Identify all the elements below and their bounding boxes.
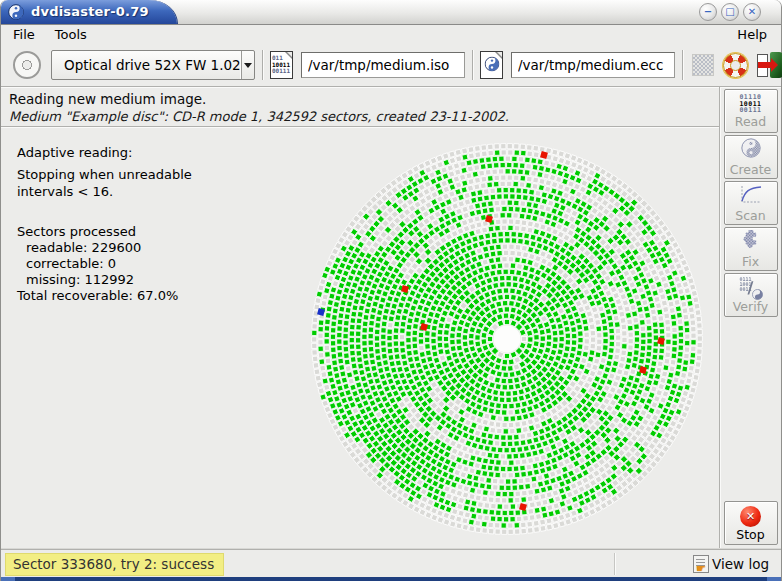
main-area: Adaptive reading: Stopping when unreadab… xyxy=(1,128,720,549)
titlebar[interactable]: dvdisaster-0.79 − □ ✕ xyxy=(1,0,781,25)
drive-selector[interactable]: Optical drive 52X FW 1.02 xyxy=(51,50,255,80)
scan-button[interactable]: Scan xyxy=(724,181,778,225)
toolbar-separator xyxy=(682,50,683,80)
create-label: Create xyxy=(730,163,772,176)
menu-file[interactable]: File xyxy=(3,26,45,43)
page-fold xyxy=(286,51,293,58)
status-header: Reading new medium image. Medium "Exampl… xyxy=(1,87,720,127)
toolbar: Optical drive 52X FW 1.02 011 10011 0011… xyxy=(1,44,781,87)
view-log-label: View log xyxy=(712,556,769,572)
verify-icon: 0111 1001 0011 ∕ xyxy=(740,277,762,299)
status-line-2: Medium "Example disc": CD-R mode 1, 3425… xyxy=(9,109,720,124)
content-row: Reading new medium image. Medium "Exampl… xyxy=(1,87,781,549)
sectors-missing: missing: 112992 xyxy=(17,272,178,288)
stop-label: Stop xyxy=(736,528,764,541)
page-fold xyxy=(496,51,503,58)
read-binary-icon: 01110 10011 00111 xyxy=(739,94,761,114)
sectors-title: Sectors processed xyxy=(17,224,178,240)
statusbar-divider xyxy=(614,553,615,575)
menu-tools[interactable]: Tools xyxy=(45,26,97,43)
stopping-condition: Stopping when unreadable intervals < 16. xyxy=(17,166,192,200)
stop-icon: ✕ xyxy=(740,506,761,527)
yinyang-icon xyxy=(484,57,499,76)
window-title: dvdisaster-0.79 xyxy=(31,4,149,19)
chevron-down-icon xyxy=(244,63,252,68)
toolbar-separator xyxy=(262,50,263,80)
cd-drive-icon xyxy=(13,51,41,79)
app-window: dvdisaster-0.79 − □ ✕ File Tools Help Op… xyxy=(0,0,782,581)
iso-icon-line: 00111 xyxy=(272,67,290,74)
help-lifebuoy-icon[interactable] xyxy=(723,53,748,78)
verify-label: Verify xyxy=(733,300,768,313)
ecc-file-icon xyxy=(480,51,503,79)
scan-label: Scan xyxy=(735,209,765,222)
titlebar-tab-curve xyxy=(149,0,177,24)
app-yinyang-icon xyxy=(8,4,24,20)
toolbar-right-icons xyxy=(692,52,782,78)
drive-selector-arrow[interactable] xyxy=(241,51,254,79)
iso-image-icon: 011 10011 00111 xyxy=(270,51,293,79)
window-bottom-border xyxy=(1,577,781,581)
adaptive-reading-title: Adaptive reading: xyxy=(17,144,132,161)
fix-button[interactable]: Fix xyxy=(724,227,778,271)
action-sidebar: 01110 10011 00111 Read xyxy=(719,87,781,549)
toolbar-separator xyxy=(472,50,473,80)
maximize-button[interactable]: □ xyxy=(721,3,739,21)
quit-icon[interactable] xyxy=(757,52,782,78)
menu-help[interactable]: Help xyxy=(727,26,777,43)
statusbar: Sector 333680, try 2: success ☛ View log xyxy=(1,549,781,578)
create-yinyang-icon xyxy=(741,138,761,162)
status-line-1: Reading new medium image. xyxy=(9,91,720,107)
fix-label: Fix xyxy=(742,255,759,268)
read-label: Read xyxy=(735,115,766,128)
menubar: File Tools Help xyxy=(1,25,781,44)
ecc-file-input[interactable] xyxy=(511,52,675,78)
sectors-correctable: correctable: 0 xyxy=(17,256,178,272)
left-column: Reading new medium image. Medium "Exampl… xyxy=(1,87,720,549)
drive-selector-value: Optical drive 52X FW 1.02 xyxy=(52,57,241,73)
status-message: Sector 333680, try 2: success xyxy=(5,553,224,576)
close-button[interactable]: ✕ xyxy=(743,3,761,21)
log-document-icon: ☛ xyxy=(693,555,709,573)
iso-file-input[interactable] xyxy=(301,52,465,78)
scan-curve-icon xyxy=(739,184,763,208)
fix-puzzle-icon xyxy=(740,230,762,254)
view-log-button[interactable]: ☛ View log xyxy=(693,555,769,573)
minimize-button[interactable]: − xyxy=(699,3,717,21)
stop-button[interactable]: ✕ Stop xyxy=(724,501,778,545)
pointing-hand-icon: ☛ xyxy=(696,562,712,575)
preferences-icon-disabled[interactable] xyxy=(692,54,714,76)
create-button[interactable]: Create xyxy=(724,135,778,179)
read-button[interactable]: 01110 10011 00111 Read xyxy=(724,89,778,133)
disc-visualization xyxy=(307,139,707,539)
sectors-readable: readable: 229600 xyxy=(17,240,178,256)
verify-button[interactable]: 0111 1001 0011 ∕ Verify xyxy=(724,273,778,317)
total-recoverable: Total recoverable: 67.0% xyxy=(17,288,178,304)
sectors-processed-block: Sectors processed readable: 229600 corre… xyxy=(17,224,178,304)
